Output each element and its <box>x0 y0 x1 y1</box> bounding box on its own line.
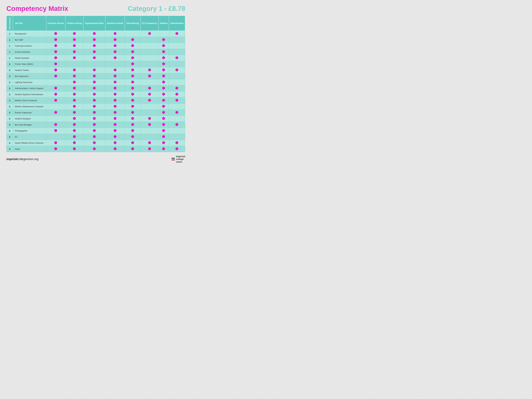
cell-ict <box>140 79 158 85</box>
cell-init <box>158 43 169 49</box>
dot-os <box>93 123 96 126</box>
dot-admin <box>175 93 178 95</box>
dot-atd <box>114 99 116 102</box>
cell-os <box>83 128 105 134</box>
cell-os <box>83 37 105 43</box>
cell-os <box>83 55 105 61</box>
cell-os <box>83 61 105 67</box>
dot-ict <box>148 87 151 89</box>
cell-atd <box>105 43 125 49</box>
dot-tw <box>131 141 134 144</box>
cell-init <box>158 67 169 73</box>
cell-cs <box>46 49 65 55</box>
cell-init <box>158 91 169 97</box>
cell-admin <box>169 85 185 91</box>
cell-atd <box>105 49 125 55</box>
cell-tw <box>125 128 140 134</box>
dot-atd <box>114 129 116 132</box>
cell-init <box>158 128 169 134</box>
dot-os <box>93 93 96 95</box>
dot-ps <box>73 32 76 35</box>
job-name: Student Trainer <box>13 67 46 73</box>
col-attention-to-detail: Attention to Detail <box>105 16 125 31</box>
cell-cs <box>46 140 65 146</box>
table-row: 4Intern <box>6 146 185 152</box>
dot-atd <box>114 105 116 108</box>
dot-cs <box>54 62 57 65</box>
dot-atd <box>114 32 116 35</box>
cell-tw <box>125 146 140 152</box>
job-name: Receptionist <box>13 31 46 37</box>
cat-num: 3 <box>6 85 13 91</box>
cell-cs <box>46 116 65 122</box>
cell-ict <box>140 73 158 79</box>
dot-init <box>162 62 165 65</box>
cell-init <box>158 97 169 104</box>
dot-atd <box>114 117 116 120</box>
table-row: 1Events Assistant <box>6 49 185 55</box>
cell-atd <box>105 146 125 152</box>
cell-admin <box>169 122 185 128</box>
dot-cs <box>54 141 57 144</box>
cell-init <box>158 55 169 61</box>
cell-tw <box>125 55 140 61</box>
dot-cs <box>54 99 57 102</box>
cell-cs <box>46 146 65 152</box>
cell-ict <box>140 146 158 152</box>
dot-init <box>162 93 165 95</box>
dot-os <box>93 69 96 71</box>
job-name: Bar Staff <box>13 37 46 43</box>
dot-tw <box>131 56 134 59</box>
cell-os <box>83 31 105 37</box>
cat-num: 3 <box>6 91 13 97</box>
dot-atd <box>114 81 116 83</box>
page-footer: imperialcollegeunion.org imperial colleg… <box>6 155 185 163</box>
cell-ps <box>65 140 83 146</box>
dot-tw <box>131 123 134 126</box>
dot-init <box>162 56 165 59</box>
table-row: 1Receptionist <box>6 31 185 37</box>
cell-ps <box>65 43 83 49</box>
dot-tw <box>131 117 134 120</box>
cell-admin <box>169 37 185 43</box>
cell-ict <box>140 122 158 128</box>
competency-table: New Category Job Title Customer Service … <box>6 16 185 152</box>
job-name: Minibus Driver Assessor <box>13 97 46 104</box>
table-row: 2Promo Team (M&C) <box>6 61 185 67</box>
cat-num: 1 <box>6 37 13 43</box>
cell-os <box>83 97 105 104</box>
cell-ict <box>140 134 158 140</box>
dot-ict <box>148 147 151 150</box>
dot-ps <box>73 117 76 120</box>
col-team-working: Team Working <box>125 16 140 31</box>
cell-tw <box>125 140 140 146</box>
dot-atd <box>114 147 116 150</box>
dot-tw <box>131 75 134 77</box>
cell-cs <box>46 122 65 128</box>
dot-atd <box>114 111 116 114</box>
cell-os <box>83 104 105 110</box>
dot-os <box>93 32 96 35</box>
dot-ict <box>148 32 151 35</box>
cell-atd <box>105 73 125 79</box>
job-name: Photographer <box>13 128 46 134</box>
cat-num: 3 <box>6 73 13 79</box>
cell-os <box>83 134 105 140</box>
cell-atd <box>105 91 125 97</box>
dot-init <box>162 141 165 144</box>
dot-atd <box>114 38 116 41</box>
dot-tw <box>131 81 134 83</box>
cat-num: 3 <box>6 97 13 104</box>
dot-cs <box>54 87 57 89</box>
cell-ict <box>140 110 158 116</box>
dot-tw <box>131 105 134 108</box>
cell-admin <box>169 140 185 146</box>
cell-ict <box>140 61 158 67</box>
dot-admin <box>175 69 178 71</box>
cell-ps <box>65 37 83 43</box>
logo-dot-3 <box>171 159 173 161</box>
dot-cs <box>54 93 57 95</box>
dot-ps <box>73 69 76 71</box>
dot-tw <box>131 44 134 47</box>
cell-init <box>158 140 169 146</box>
